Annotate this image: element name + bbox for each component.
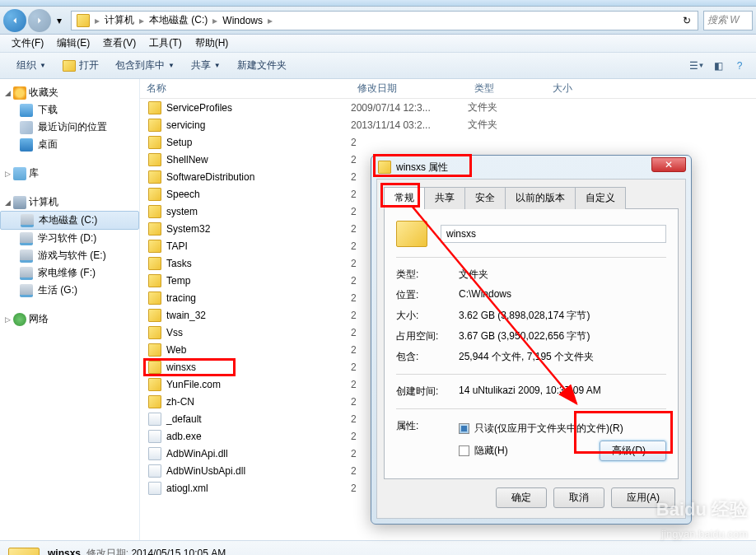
file-name: Setup [166, 137, 192, 148]
file-name: System32 [166, 223, 210, 235]
refresh-button[interactable]: ↻ [678, 12, 696, 30]
sidebar-recent[interactable]: 最近访问的位置 [0, 119, 139, 136]
advanced-button[interactable]: 高级(D)... [600, 441, 666, 461]
folder-icon [148, 309, 161, 322]
navigation-bar: ▾ ▸ 计算机 ▸ 本地磁盘 (C:) ▸ Windows ▸ ↻ 搜索 W [0, 7, 756, 35]
history-dropdown[interactable]: ▾ [53, 12, 66, 29]
folder-name-input[interactable] [441, 225, 666, 243]
breadcrumb-computer[interactable]: 计算机 [101, 13, 138, 27]
location-label: 位置: [396, 288, 459, 302]
network-icon [13, 313, 26, 326]
open-button[interactable]: 打开 [54, 58, 107, 72]
tab-previous[interactable]: 以前的版本 [505, 187, 576, 209]
sidebar-computer[interactable]: ◢ 计算机 [0, 194, 139, 211]
breadcrumb-arrow[interactable]: ▸ [266, 15, 274, 26]
menu-edit[interactable]: 编辑(E) [50, 35, 96, 52]
disk-value: 3.67 GB (3,950,022,656 字节) [459, 329, 666, 343]
file-name: winsxs [166, 361, 196, 373]
file-name: ShellNew [166, 154, 208, 166]
drive-icon [20, 250, 33, 263]
help-button[interactable]: ? [731, 58, 748, 74]
sidebar-network[interactable]: ▷ 网络 [0, 310, 139, 328]
sidebar-drive-c[interactable]: 本地磁盘 (C:) [0, 211, 139, 230]
file-name: system [166, 206, 198, 217]
breadcrumb-arrow[interactable]: ▸ [93, 15, 101, 26]
hidden-label: 隐藏(H) [474, 444, 508, 458]
downloads-icon [20, 104, 33, 117]
size-value: 3.62 GB (3,898,028,174 字节) [459, 309, 666, 323]
view-mode-button[interactable]: ☰ ▼ [688, 58, 705, 74]
include-library-button[interactable]: 包含到库中▼ [107, 58, 183, 72]
folder-icon [148, 395, 161, 408]
file-name: AdbWinUsbApi.dll [166, 465, 245, 477]
status-folder-icon [8, 548, 40, 556]
sidebar-libraries[interactable]: ▷ 库 [0, 165, 139, 182]
tab-sharing[interactable]: 共享 [424, 187, 465, 209]
folder-icon [148, 136, 161, 149]
folder-icon [148, 119, 161, 132]
dialog-tabs: 常规 共享 安全 以前的版本 自定义 [384, 186, 679, 209]
menu-tools[interactable]: 工具(T) [142, 35, 188, 52]
cancel-button[interactable]: 取消 [553, 487, 604, 508]
column-type[interactable]: 类型 [468, 82, 546, 96]
sidebar-downloads[interactable]: 下载 [0, 101, 139, 119]
folder-icon [77, 14, 90, 27]
column-size[interactable]: 大小 [546, 82, 628, 96]
contains-label: 包含: [396, 350, 459, 364]
new-folder-button[interactable]: 新建文件夹 [229, 58, 295, 72]
preview-pane-button[interactable]: ◧ [710, 58, 726, 74]
breadcrumb-arrow[interactable]: ▸ [138, 15, 146, 26]
sidebar-desktop[interactable]: 桌面 [0, 136, 139, 153]
readonly-checkbox[interactable] [459, 423, 469, 434]
breadcrumb-arrow[interactable]: ▸ [211, 15, 219, 26]
menu-view[interactable]: 查看(V) [96, 35, 142, 52]
sidebar-favorites[interactable]: ◢ 收藏夹 [0, 84, 139, 101]
large-folder-icon [396, 221, 427, 247]
folder-icon [148, 361, 161, 374]
menu-file[interactable]: 文件(F) [5, 35, 50, 52]
tab-security[interactable]: 安全 [464, 187, 506, 209]
hidden-checkbox[interactable] [459, 445, 469, 456]
file-name: Speech [166, 189, 200, 200]
menu-help[interactable]: 帮助(H) [189, 35, 236, 52]
back-button[interactable] [3, 9, 26, 32]
dialog-titlebar[interactable]: winsxs 属性 ✕ [371, 156, 691, 179]
sidebar-drive-d[interactable]: 学习软件 (D:) [0, 230, 139, 247]
sidebar-drive-g[interactable]: 生活 (G:) [0, 282, 139, 299]
folder-icon [148, 188, 161, 201]
close-button[interactable]: ✕ [651, 157, 686, 172]
file-row[interactable]: Setup2 [140, 133, 756, 151]
tab-general[interactable]: 常规 [384, 187, 425, 209]
type-value: 文件夹 [459, 268, 666, 282]
file-row[interactable]: ServiceProfiles2009/07/14 12:3...文件夹 [140, 99, 756, 116]
status-date-label: 修改日期: [86, 548, 128, 556]
address-bar[interactable]: ▸ 计算机 ▸ 本地磁盘 (C:) ▸ Windows ▸ ↻ [71, 11, 698, 30]
file-name: Tasks [166, 258, 192, 269]
column-name[interactable]: 名称 [140, 82, 351, 96]
libraries-icon [13, 167, 26, 180]
sidebar-drive-f[interactable]: 家电维修 (F:) [0, 264, 139, 282]
forward-button[interactable] [28, 9, 51, 32]
breadcrumb-folder[interactable]: Windows [219, 15, 266, 26]
organize-button[interactable]: 组织▼ [8, 58, 54, 72]
folder-icon [148, 170, 161, 184]
file-row[interactable]: servicing2013/11/14 03:2...文件夹 [140, 116, 756, 133]
share-button[interactable]: 共享▼ [183, 58, 229, 72]
disk-label: 占用空间: [396, 329, 459, 343]
drive-icon [21, 214, 34, 227]
location-value: C:\Windows [459, 288, 666, 302]
file-name: adb.exe [166, 431, 202, 442]
navigation-sidebar: ◢ 收藏夹 下载 最近访问的位置 桌面 ▷ 库 ◢ 计算机 本地磁盘 (C:) … [0, 79, 140, 540]
file-name: TAPI [166, 240, 188, 252]
search-input[interactable]: 搜索 W [703, 11, 753, 30]
menu-bar: 文件(F) 编辑(E) 查看(V) 工具(T) 帮助(H) [0, 35, 756, 53]
dialog-title-text: winsxs 属性 [396, 161, 448, 175]
tab-custom[interactable]: 自定义 [575, 187, 626, 209]
column-date[interactable]: 修改日期 [351, 82, 468, 96]
sidebar-drive-e[interactable]: 游戏与软件 (E:) [0, 247, 139, 264]
ok-button[interactable]: 确定 [496, 487, 547, 508]
breadcrumb-drive[interactable]: 本地磁盘 (C:) [146, 13, 211, 27]
type-label: 类型: [396, 268, 459, 282]
file-icon [148, 464, 161, 478]
file-date: 2013/11/14 03:2... [351, 119, 468, 131]
